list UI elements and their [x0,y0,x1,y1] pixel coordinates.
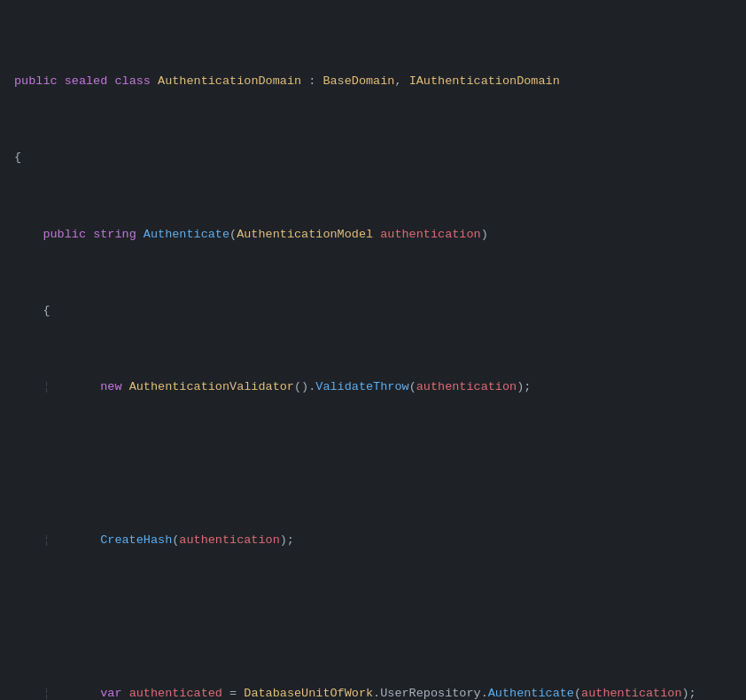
type-name: DatabaseUnitOfWork [244,684,373,700]
brace: { [14,148,21,167]
code-line: ¦ var authenticated = DatabaseUnitOfWork… [0,684,746,700]
keyword: string [93,225,136,245]
type-name: IAuthenticationDomain [409,72,560,91]
method-name: ValidateThrow [315,377,408,397]
code-line: { [0,301,746,321]
code-line [0,607,746,626]
keyword: sealed [65,72,108,91]
type-name: AuthenticationDomain [158,72,301,91]
keyword: public [43,225,86,245]
keyword: class [114,72,151,91]
code-line: ¦ CreateHash(authentication); [0,531,746,550]
code-line: public sealed class AuthenticationDomain… [0,72,746,91]
code-line: ¦ new AuthenticationValidator().Validate… [0,377,746,397]
code-line: public string Authenticate(Authenticatio… [0,225,746,245]
type-name: BaseDomain [322,72,394,91]
param-name: authentication [179,531,279,550]
type-name: AuthenticationValidator [129,377,294,397]
param-name: authentication [581,684,681,700]
code-line [0,455,746,474]
method-name: CreateHash [100,531,172,550]
keyword: public [14,72,58,91]
method-name: Authenticate [488,684,574,700]
type-name: AuthenticationModel [237,225,373,245]
param-name: authentication [380,225,480,245]
keyword: new [100,377,121,397]
brace: { [43,301,50,321]
code-editor: public sealed class AuthenticationDomain… [0,9,746,700]
var-name: authenticated [129,684,222,700]
method-name: Authenticate [144,225,229,245]
param-name: authentication [416,377,517,397]
code-line: { [0,148,746,167]
property: UserRepository [380,684,480,700]
keyword: var [100,684,121,700]
